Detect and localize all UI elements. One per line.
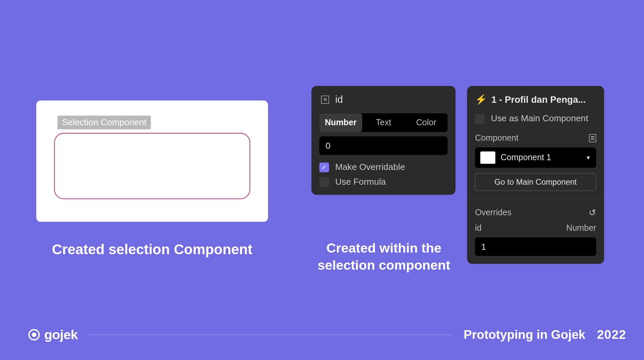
footer-divider [89, 334, 452, 335]
component-select[interactable]: Component 1 ▼ [475, 147, 596, 168]
type-tab-text[interactable]: Text [362, 114, 405, 132]
use-as-main-checkbox[interactable] [475, 114, 485, 123]
override-key: id [475, 223, 482, 233]
list-icon[interactable] [589, 134, 596, 142]
selection-component-badge: Selection Component [57, 116, 151, 129]
variable-name: id [335, 94, 343, 105]
selection-frame[interactable] [54, 133, 250, 199]
divider [467, 199, 604, 199]
chevron-down-icon: ▼ [586, 154, 591, 161]
brand-logo: gojek [28, 327, 77, 342]
use-formula-label: Use Formula [335, 177, 386, 187]
type-segmented-control: Number Text Color [319, 114, 447, 132]
component-section-label: Component [475, 133, 519, 143]
use-as-main-label: Use as Main Component [491, 114, 588, 124]
component-panel: ⚡ 1 - Profil dan Penga... Use as Main Co… [467, 86, 604, 264]
override-type: Number [566, 223, 596, 233]
override-value-input[interactable] [475, 237, 596, 256]
go-to-main-button[interactable]: Go to Main Component [475, 173, 596, 191]
variable-value-input[interactable] [319, 136, 447, 155]
component-swatch [480, 151, 495, 164]
selection-component-card: Selection Component [36, 100, 268, 222]
type-tab-color[interactable]: Color [405, 114, 447, 132]
make-overridable-label: Make Overridable [335, 162, 405, 172]
footer-title: Prototyping in Gojek [464, 328, 585, 342]
caption-left: Created selection Component [36, 241, 268, 258]
caption-middle: Created within the selection component [310, 239, 458, 274]
component-title: 1 - Profil dan Penga... [491, 94, 596, 105]
close-icon[interactable]: ✕ [321, 96, 329, 104]
footer-year: 2022 [597, 328, 626, 342]
footer: gojek Prototyping in Gojek 2022 [28, 327, 626, 342]
lightning-icon: ⚡ [475, 94, 487, 105]
overrides-label: Overrides [475, 208, 512, 217]
variable-panel: ✕ id Number Text Color ✓ Make Overridabl… [311, 86, 455, 195]
component-select-label: Component 1 [501, 153, 580, 163]
make-overridable-checkbox[interactable]: ✓ [319, 162, 329, 172]
type-tab-number[interactable]: Number [319, 114, 362, 132]
brand-mark-icon [28, 329, 40, 341]
refresh-icon[interactable]: ↻ [589, 207, 596, 218]
brand-name: gojek [44, 327, 78, 342]
use-formula-checkbox[interactable] [319, 177, 329, 187]
